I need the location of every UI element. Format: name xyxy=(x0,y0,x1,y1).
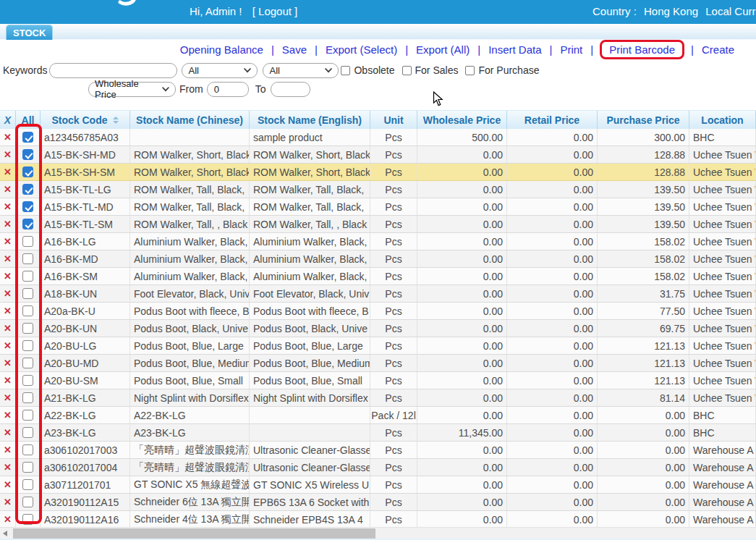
delete-row-icon[interactable]: ✕ xyxy=(0,164,16,180)
header-select-all[interactable]: All xyxy=(16,111,41,129)
toolbar-link[interactable]: Save xyxy=(282,43,307,56)
table-row[interactable]: ✕ A20a-BK-U Podus Boot with fleece, B Po… xyxy=(0,303,756,320)
row-checkbox[interactable] xyxy=(22,427,33,438)
delete-row-icon[interactable]: ✕ xyxy=(0,181,16,198)
table-row[interactable]: ✕ A23-BK-LG A23-BK-LG Pcs 11,345.00 0.00… xyxy=(0,424,756,442)
table-row[interactable]: ✕ A15-BK-SH-MD ROM Walker, Short, Black … xyxy=(0,146,756,164)
toolbar-link[interactable]: Insert Data xyxy=(488,43,541,56)
header-delete-all[interactable]: X xyxy=(0,111,16,129)
row-checkbox[interactable] xyxy=(22,271,33,282)
toolbar-link[interactable]: Opening Balance xyxy=(180,43,263,56)
delete-row-icon[interactable]: ✕ xyxy=(0,233,16,250)
delete-row-icon[interactable]: ✕ xyxy=(0,198,16,215)
header-wholesale-price[interactable]: Wholesale Price xyxy=(417,111,507,129)
table-row[interactable]: ✕ A15-BK-TL-LG ROM Walker, Tall, Black, … xyxy=(0,181,756,198)
table-row[interactable]: ✕ A16-BK-MD Aluminium Walker, Black, Alu… xyxy=(0,250,756,268)
table-row[interactable]: ✕ a30711201701 GT SONIC X5 無線超聲波 GT SONI… xyxy=(0,476,756,494)
row-checkbox[interactable] xyxy=(22,462,33,473)
delete-row-icon[interactable]: ✕ xyxy=(0,459,16,476)
table-row[interactable]: ✕ A18-BK-UN Foot Elevator, Black, Univ F… xyxy=(0,285,756,303)
header-stock-code[interactable]: Stock Code xyxy=(41,111,130,129)
row-checkbox[interactable] xyxy=(22,410,33,421)
table-row[interactable]: ✕ A15-BK-TL-SM ROM Walker, Tall, , Black… xyxy=(0,216,756,233)
row-checkbox[interactable] xyxy=(22,201,33,212)
row-checkbox[interactable] xyxy=(22,444,33,455)
table-row[interactable]: ✕ A15-BK-SH-SM ROM Walker, Short, Black … xyxy=(0,164,756,181)
header-name-english[interactable]: Stock Name (English) xyxy=(250,111,370,129)
toolbar-link[interactable]: Export (All) xyxy=(416,43,470,56)
row-checkbox[interactable] xyxy=(22,479,33,490)
row-checkbox[interactable] xyxy=(22,514,33,525)
table-row[interactable]: ✕ A320190112A16 Schneider 4位 13A 獨立開 Sch… xyxy=(0,511,756,528)
row-checkbox[interactable] xyxy=(22,288,33,299)
delete-row-icon[interactable]: ✕ xyxy=(0,303,16,319)
category-select-1[interactable]: All xyxy=(182,63,258,78)
tab-stock[interactable]: STOCK xyxy=(6,25,53,40)
header-location[interactable]: Location xyxy=(689,111,756,129)
price-field-select[interactable]: Wholesale Price xyxy=(88,82,176,97)
header-retail-price[interactable]: Retail Price xyxy=(507,111,598,129)
table-row[interactable]: ✕ A320190112A15 Schneider 6位 13A 獨立開 EPB… xyxy=(0,494,756,511)
logout-link[interactable]: [ Logout ] xyxy=(252,5,298,17)
toolbar-link[interactable]: Print Barcode xyxy=(600,40,684,59)
delete-row-icon[interactable]: ✕ xyxy=(0,424,16,441)
header-purchase-price[interactable]: Purchase Price xyxy=(598,111,689,129)
row-checkbox[interactable] xyxy=(22,132,33,143)
for-sales-checkbox[interactable] xyxy=(402,66,412,75)
toolbar-link[interactable]: Print xyxy=(560,43,582,56)
for-purchase-checkbox[interactable] xyxy=(465,66,475,75)
table-row[interactable]: ✕ a123456785A03 sample product Pcs 500.0… xyxy=(0,129,756,146)
delete-row-icon[interactable]: ✕ xyxy=(0,146,16,163)
row-checkbox[interactable] xyxy=(22,166,33,177)
delete-row-icon[interactable]: ✕ xyxy=(0,389,16,406)
table-row[interactable]: ✕ A16-BK-LG Aluminium Walker, Black, Alu… xyxy=(0,233,756,250)
delete-row-icon[interactable]: ✕ xyxy=(0,494,16,510)
obsolete-checkbox[interactable] xyxy=(341,66,350,75)
delete-row-icon[interactable]: ✕ xyxy=(0,320,16,337)
row-checkbox[interactable] xyxy=(22,253,33,264)
delete-row-icon[interactable]: ✕ xyxy=(0,372,16,389)
row-checkbox[interactable] xyxy=(22,392,33,403)
table-row[interactable]: ✕ A15-BK-TL-MD ROM Walker, Tall, Black, … xyxy=(0,198,756,216)
price-from-input[interactable] xyxy=(207,82,249,97)
row-checkbox[interactable] xyxy=(22,340,33,351)
table-row[interactable]: ✕ A21-BK-LG Night Splint with Dorsiflex … xyxy=(0,389,756,407)
table-row[interactable]: ✕ A20-BU-LG Podus Boot, Blue, Large Podu… xyxy=(0,337,756,355)
scrollbar-thumb[interactable] xyxy=(13,528,375,539)
row-checkbox[interactable] xyxy=(22,236,33,247)
header-name-chinese[interactable]: Stock Name (Chinese) xyxy=(130,111,250,129)
delete-row-icon[interactable]: ✕ xyxy=(0,476,16,493)
delete-row-icon[interactable]: ✕ xyxy=(0,216,16,232)
table-row[interactable]: ✕ A20-BU-SM Podus Boot, Blue, Small Podu… xyxy=(0,372,756,389)
delete-row-icon[interactable]: ✕ xyxy=(0,442,16,458)
delete-row-icon[interactable]: ✕ xyxy=(0,511,16,528)
row-checkbox[interactable] xyxy=(22,358,33,368)
row-checkbox[interactable] xyxy=(22,497,33,507)
delete-row-icon[interactable]: ✕ xyxy=(0,355,16,371)
table-row[interactable]: ✕ A16-BK-SM Aluminium Walker, Black, Alu… xyxy=(0,268,756,285)
table-row[interactable]: ✕ a306102017003 「亮晴晴」超聲波眼鏡清潔 Ultrasonic … xyxy=(0,442,756,459)
row-checkbox[interactable] xyxy=(22,305,33,316)
delete-row-icon[interactable]: ✕ xyxy=(0,268,16,284)
header-unit[interactable]: Unit xyxy=(370,111,417,129)
row-checkbox[interactable] xyxy=(22,184,33,195)
table-row[interactable]: ✕ A22-BK-LG A22-BK-LG Pack / 12l 0.00 0.… xyxy=(0,407,756,424)
delete-row-icon[interactable]: ✕ xyxy=(0,285,16,302)
delete-row-icon[interactable]: ✕ xyxy=(0,337,16,354)
row-checkbox[interactable] xyxy=(22,219,33,229)
delete-row-icon[interactable]: ✕ xyxy=(0,129,16,145)
price-to-input[interactable] xyxy=(271,82,310,97)
horizontal-scrollbar[interactable] xyxy=(0,527,756,539)
toolbar-link[interactable]: Create xyxy=(702,43,734,56)
row-checkbox[interactable] xyxy=(22,375,33,386)
toolbar-link[interactable]: Export (Select) xyxy=(326,43,397,56)
table-row[interactable]: ✕ a306102017004 「亮晴晴」超聲波眼鏡清潔 Ultrasonic … xyxy=(0,459,756,476)
table-row[interactable]: ✕ A20-BK-UN Podus Boot, Black, Unive Pod… xyxy=(0,320,756,337)
row-checkbox[interactable] xyxy=(22,323,33,334)
delete-row-icon[interactable]: ✕ xyxy=(0,407,16,423)
category-select-2[interactable]: All xyxy=(263,63,339,78)
table-row[interactable]: ✕ A20-BU-MD Podus Boot, Blue, Medium Pod… xyxy=(0,355,756,372)
keywords-input[interactable] xyxy=(49,63,177,78)
row-checkbox[interactable] xyxy=(22,149,33,160)
scroll-left-arrow[interactable] xyxy=(3,531,7,536)
